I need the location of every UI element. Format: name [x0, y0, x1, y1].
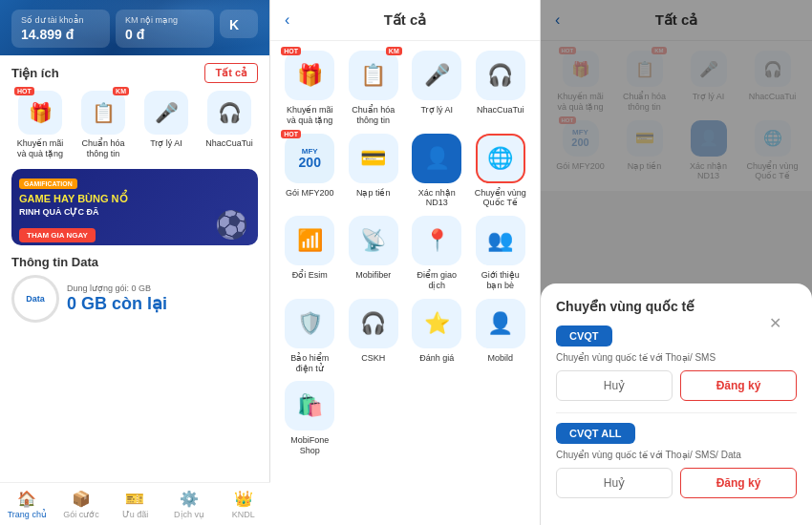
xac-nhan-label: Xác nhận ND13 [409, 188, 465, 209]
nav-packages-label: Gói cước [63, 510, 99, 519]
headphone-icon: 🎧 [218, 101, 242, 124]
cvqt-register-button[interactable]: Đăng ký [680, 370, 797, 401]
nav-services[interactable]: ⚙️ Dịch vụ [162, 490, 217, 519]
nhac-service-label: NhacCuaTui [477, 105, 524, 116]
mobifiber-box: 📡 [349, 216, 398, 265]
service-nap-tien[interactable]: 💳 Nạp tiền [346, 134, 402, 209]
tatca-button[interactable]: Tất cả [204, 63, 258, 83]
service-danh-gia[interactable]: ⭐ Đánh giá [409, 299, 465, 374]
chuyen-vung-box: 🌐 [476, 134, 525, 183]
utilities-icon-grid: 🎁 HOT Khuyến mãi và quà tặng 📋 KM Chuẩn … [11, 91, 258, 159]
banner-tag: GAMIFICATION [19, 178, 77, 189]
khuyen-mai-label: Khuyến mãi và quà tặng [11, 138, 69, 159]
nav-packages[interactable]: 📦 Gói cước [54, 490, 109, 519]
data-row: Data Dung lượng gói: 0 GB 0 GB còn lại [11, 275, 258, 323]
service-tro-ly-ai[interactable]: 🎤 Trợ lý AI [409, 51, 465, 126]
mobifiber-label: Mobifiber [355, 270, 391, 281]
modal-title: Chuyển vùng quốc tế [556, 299, 797, 314]
nhac-label: NhacCuaTui [205, 138, 253, 149]
globe-icon: 🌐 [487, 146, 513, 171]
icon-item-khuyen-mai[interactable]: 🎁 HOT Khuyến mãi và quà tặng [11, 91, 69, 159]
services-grid: 🎁 HOT Khuyến mãi và quà tặng 📋 KM Chuẩn … [282, 51, 528, 456]
cskh-box: 🎧 [349, 299, 398, 348]
service-mobifone-shop[interactable]: 🛍️ MobiFone Shop [282, 381, 338, 456]
signal-icon: 📶 [297, 228, 323, 253]
service-chuyen-vung[interactable]: 🌐 Chuyển vùng Quốc Tế [473, 134, 529, 209]
modal-close-button[interactable]: ✕ [769, 314, 781, 332]
kndl-icon: 👑 [234, 490, 253, 508]
tro-ly-label: Trợ lý AI [150, 138, 182, 149]
cvqt-all-cancel-button[interactable]: Huỷ [556, 468, 673, 498]
service-gioi-thieu[interactable]: 👥 Giới thiệu bạn bè [473, 216, 529, 291]
doi-esim-box: 📶 [285, 216, 334, 265]
xac-nhan-box: 👤 [412, 134, 461, 183]
utilities-section-header: Tiện ích Tất cả [11, 63, 258, 83]
banner-highlight: GAME HAY BÙNG NỔ [19, 193, 128, 204]
mfy-200: 200 [299, 156, 321, 169]
all-services-header: ‹ Tất cả [270, 0, 540, 41]
service-xac-nhan[interactable]: 👤 Xác nhận ND13 [409, 134, 465, 209]
home-body: Tiện ích Tất cả 🎁 HOT Khuyến mãi và quà … [0, 55, 269, 330]
service-mfy[interactable]: HOT MFY 200 Gói MFY200 [282, 134, 338, 209]
nav-deals[interactable]: 🎫 Ưu đãi [108, 490, 162, 519]
cvqt-desc: Chuyển vùng quốc tế với Thoại/ SMS [556, 352, 797, 363]
balance-label: Số dư tài khoản [21, 15, 100, 25]
service-diem-gd[interactable]: 📍 Điểm giao dịch [409, 216, 465, 291]
nav-home-label: Trang chủ [8, 510, 47, 519]
cvqt-all-register-button[interactable]: Đăng ký [680, 468, 797, 498]
cvqt-cancel-button[interactable]: Huỷ [556, 370, 673, 401]
data-remaining: 0 GB còn lại [67, 293, 167, 314]
khuyen-mai-box: 🎁 HOT [18, 91, 62, 135]
balance-value: 14.899 đ [21, 27, 100, 42]
gift-icon: 🎁 [297, 63, 323, 88]
mfy-service-label: Gói MFY200 [286, 188, 334, 199]
nav-deals-label: Ưu đãi [122, 510, 149, 519]
deals-icon: 🎫 [125, 490, 144, 508]
nav-home[interactable]: 🏠 Trang chủ [0, 490, 54, 519]
cvqt-all-section: CVQT ALL Chuyển vùng quốc tế với Thoại/ … [556, 423, 797, 498]
home-header: Số dư tài khoản 14.899 đ KM nội mạng 0 đ… [0, 0, 269, 55]
cvqt-badge: CVQT [556, 326, 612, 346]
chuan-hoa-box: 📋 KM [81, 91, 125, 135]
hot-badge-2: HOT [281, 47, 301, 55]
icon-item-chuan-hoa[interactable]: 📋 KM Chuẩn hóa thông tin [75, 91, 132, 159]
banner-btn[interactable]: THAM GIA NGAY [19, 224, 128, 242]
km-value: 0 đ [125, 27, 204, 42]
mobifone-shop-label: MobiFone Shop [282, 435, 338, 456]
km-badge: KM [113, 87, 129, 95]
service-nhac[interactable]: 🎧 NhacCuaTui [473, 51, 529, 126]
shield-icon: 🛡️ [297, 311, 323, 336]
nav-kndl[interactable]: 👑 KNDL [216, 490, 270, 519]
clipboard-icon: 📋 [360, 63, 386, 88]
service-bao-hiem[interactable]: 🛡️ Bảo hiểm điện tử [282, 299, 338, 374]
nav-services-label: Dịch vụ [174, 510, 204, 519]
hot-badge-mfy: HOT [281, 130, 301, 138]
cskh-label: CSKH [361, 353, 385, 364]
extra-label: K [229, 17, 248, 32]
banner-text: GAME HAY BÙNG NỔ RINH QUÀ CỰC ĐÃ [19, 192, 128, 219]
back-button-panel2[interactable]: ‹ [285, 11, 289, 29]
headset-icon: 🎧 [360, 311, 386, 336]
service-mobild[interactable]: 👤 Mobild [473, 299, 529, 374]
khuyen-mai-service-label: Khuyến mãi và quà tặng [282, 105, 338, 126]
service-chuan-hoa[interactable]: 📋 KM Chuẩn hóa thông tin [346, 51, 402, 126]
km-badge-2: KM [386, 47, 402, 55]
mfy-box: HOT MFY 200 [285, 134, 334, 183]
bottom-nav: 🏠 Trang chủ 📦 Gói cước 🎫 Ưu đãi ⚙️ Dịch … [0, 482, 270, 525]
package-icon: 📦 [72, 490, 91, 508]
service-khuyen-mai[interactable]: 🎁 HOT Khuyến mãi và quà tặng [282, 51, 338, 126]
services-icon: ⚙️ [180, 490, 199, 508]
icon-item-nhac-cua-tui[interactable]: 🎧 NhacCuaTui [201, 91, 258, 159]
location-icon: 📍 [424, 228, 450, 253]
banner-cta: THAM GIA NGAY [19, 228, 96, 242]
service-cskh[interactable]: 🎧 CSKH [346, 299, 402, 374]
microphone-icon: 🎤 [155, 101, 179, 124]
user-icon: 👤 [424, 146, 450, 171]
nhac-box: 🎧 [207, 91, 251, 135]
modal-overlay: Chuyển vùng quốc tế ✕ CVQT Chuyển vùng q… [541, 0, 812, 525]
cvqt-all-desc: Chuyển vùng quốc tế với Thoại/ SMS/ Data [556, 450, 797, 460]
icon-item-tro-ly-ai[interactable]: 🎤 Trợ lý AI [138, 91, 195, 159]
service-mobifiber[interactable]: 📡 Mobifiber [346, 216, 402, 291]
data-info: Dung lượng gói: 0 GB 0 GB còn lại [67, 284, 167, 314]
service-doi-esim[interactable]: 📶 Đổi Esim [282, 216, 338, 291]
